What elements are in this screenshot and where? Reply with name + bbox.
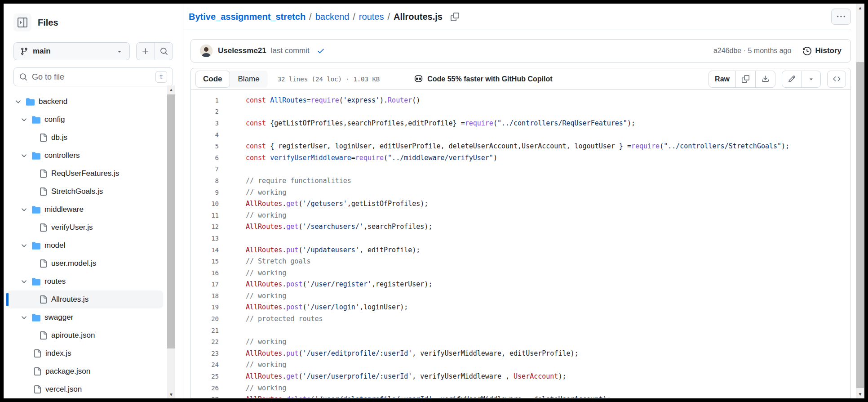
- line-number[interactable]: 21: [191, 327, 219, 334]
- tree-item-allroutes-js[interactable]: Allroutes.js: [7, 290, 163, 308]
- tab-blame[interactable]: Blame: [230, 71, 268, 88]
- scroll-down-arrow[interactable]: ▼: [856, 390, 864, 398]
- code-blame-switch: Code Blame: [195, 71, 268, 88]
- line-number[interactable]: 1: [191, 97, 219, 104]
- tree-item-db-js[interactable]: db.js: [7, 129, 163, 147]
- commit-sha-time[interactable]: a246dbe · 5 months ago: [713, 47, 791, 55]
- history-button[interactable]: History: [803, 46, 841, 55]
- files-title: Files: [38, 18, 58, 28]
- avatar[interactable]: [200, 45, 213, 57]
- collapse-sidebar-button[interactable]: [13, 13, 31, 31]
- code-line-14: 14AllRoutes.put('/updateusers', editProf…: [191, 244, 850, 256]
- goto-file-input[interactable]: [32, 72, 151, 82]
- tree-item-user-model-js[interactable]: user.model.js: [7, 255, 163, 272]
- tree-item-label: swagger: [44, 313, 73, 322]
- copilot-banner[interactable]: Code 55% faster with GitHub Copilot: [414, 74, 552, 84]
- code-line-25: 25AllRoutes.get('/user/userprofile/:user…: [191, 371, 850, 382]
- branch-selector[interactable]: main: [13, 42, 130, 60]
- download-button[interactable]: [755, 71, 775, 87]
- line-number[interactable]: 5: [191, 143, 219, 150]
- search-tree-button[interactable]: [155, 43, 173, 60]
- line-number[interactable]: 23: [191, 350, 219, 357]
- raw-button[interactable]: Raw: [709, 71, 735, 87]
- sidebar-scrollbar[interactable]: ▲ ▼: [167, 85, 175, 398]
- line-number[interactable]: 8: [191, 177, 219, 184]
- code-line-24: 24// working: [191, 359, 850, 371]
- copy-path-button[interactable]: [451, 13, 459, 21]
- code-line-26: 26// working: [191, 382, 850, 394]
- tree-item-stretchgoals-js[interactable]: StretchGoals.js: [7, 183, 163, 201]
- line-content: // Stretch goals: [219, 257, 311, 265]
- line-number[interactable]: 22: [191, 338, 219, 345]
- tree-item-vercel-json[interactable]: vercel.json: [7, 380, 163, 398]
- tree-item-index-js[interactable]: index.js: [7, 344, 163, 362]
- tree-item-requserfeatures-js[interactable]: ReqUserFeatures.js: [7, 165, 163, 183]
- line-number[interactable]: 2: [191, 108, 219, 115]
- code-line-19: 19AllRoutes.post('/user/login',loginUser…: [191, 302, 850, 313]
- line-number[interactable]: 9: [191, 189, 219, 196]
- scroll-down-arrow[interactable]: ▼: [167, 390, 175, 398]
- line-content: AllRoutes.post('/user/register',register…: [219, 280, 432, 288]
- tree-item-backend[interactable]: backend: [7, 93, 163, 111]
- line-number[interactable]: 27: [191, 396, 219, 398]
- line-content: AllRoutes.get('/user/userprofile/:userId…: [219, 372, 566, 380]
- line-content: AllRoutes.delete('/user/deleteprofile/:u…: [219, 395, 611, 398]
- line-number[interactable]: 19: [191, 304, 219, 311]
- line-number[interactable]: 16: [191, 269, 219, 277]
- code-line-23: 23AllRoutes.put('/user/editprofile/:user…: [191, 348, 850, 359]
- line-number[interactable]: 26: [191, 384, 219, 392]
- line-number[interactable]: 10: [191, 200, 219, 207]
- line-number[interactable]: 12: [191, 223, 219, 230]
- line-number[interactable]: 4: [191, 131, 219, 138]
- tree-item-apiroute-json[interactable]: apiroute.json: [7, 326, 163, 344]
- checks-status-icon[interactable]: [317, 47, 325, 55]
- line-number[interactable]: 17: [191, 281, 219, 288]
- tree-item-middleware[interactable]: middleware: [7, 201, 163, 219]
- tree-item-package-json[interactable]: package.json: [7, 362, 163, 380]
- file-icon: [39, 170, 47, 178]
- more-options-button[interactable]: [831, 9, 851, 25]
- line-content: const AllRoutes=require('express').Route…: [219, 96, 420, 104]
- edit-button[interactable]: [782, 71, 802, 87]
- code-viewer[interactable]: 1const AllRoutes=require('express').Rout…: [191, 90, 850, 398]
- code-toolbar: Code Blame 32 lines (24 loc) · 1.03 KB C…: [191, 68, 850, 90]
- chevron-down-icon: [20, 116, 28, 124]
- scroll-up-arrow[interactable]: ▲: [167, 85, 175, 94]
- line-number[interactable]: 6: [191, 154, 219, 161]
- line-content: // working: [219, 384, 286, 392]
- line-number[interactable]: 15: [191, 258, 219, 265]
- breadcrumb-repo-link[interactable]: Bytive_assignment_stretch: [189, 12, 306, 22]
- commit-meta-group: a246dbe · 5 months ago History: [713, 46, 841, 55]
- scrollbar-thumb[interactable]: [856, 62, 864, 388]
- line-number[interactable]: 14: [191, 246, 219, 254]
- tree-item-routes[interactable]: routes: [7, 272, 163, 290]
- line-number[interactable]: 3: [191, 120, 219, 127]
- breadcrumb-dir-backend[interactable]: backend: [315, 12, 350, 22]
- goto-file-box[interactable]: t: [13, 67, 173, 86]
- line-content: // working: [219, 211, 286, 219]
- line-number[interactable]: 13: [191, 235, 219, 242]
- line-number[interactable]: 18: [191, 292, 219, 299]
- edit-dropdown-button[interactable]: [802, 71, 820, 87]
- line-number[interactable]: 11: [191, 212, 219, 219]
- tree-item-verifyuser-js[interactable]: verifyUser.js: [7, 219, 163, 237]
- tree-item-config[interactable]: config: [7, 111, 163, 129]
- new-file-button[interactable]: [137, 43, 155, 60]
- breadcrumb-dir-routes[interactable]: routes: [359, 12, 384, 22]
- tab-code[interactable]: Code: [195, 71, 230, 88]
- scroll-up-arrow[interactable]: ▲: [856, 4, 864, 12]
- line-number[interactable]: 7: [191, 165, 219, 173]
- scrollbar-thumb[interactable]: [167, 94, 175, 348]
- line-number[interactable]: 24: [191, 361, 219, 368]
- commit-message[interactable]: last commit: [271, 46, 310, 55]
- line-number[interactable]: 20: [191, 315, 219, 322]
- tree-item-controllers[interactable]: controllers: [7, 147, 163, 165]
- raw-actions-group: Raw: [709, 71, 775, 88]
- line-number[interactable]: 25: [191, 373, 219, 380]
- copy-file-button[interactable]: [735, 71, 755, 87]
- tree-item-model[interactable]: model: [7, 237, 163, 255]
- page-scrollbar[interactable]: ▲ ▼: [856, 4, 864, 398]
- symbols-panel-button[interactable]: [827, 71, 846, 88]
- commit-author[interactable]: Uselessme21: [218, 46, 266, 55]
- tree-item-swagger[interactable]: swagger: [7, 308, 163, 326]
